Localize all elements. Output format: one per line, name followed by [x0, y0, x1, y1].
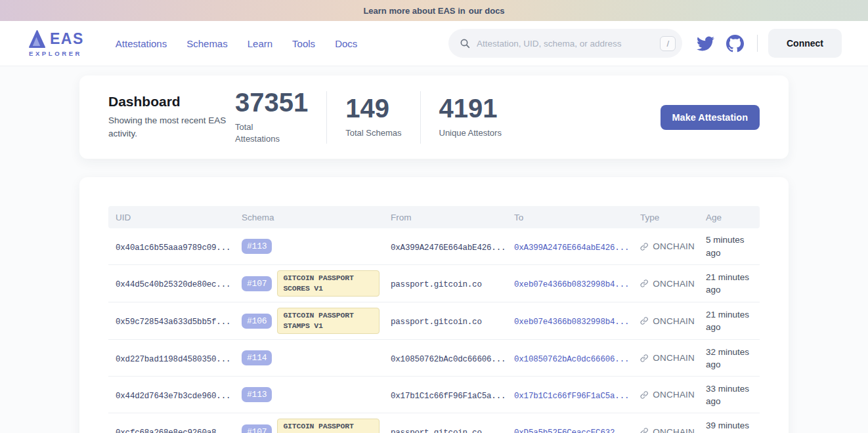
stat-value: 4191: [439, 95, 502, 121]
uid-link[interactable]: 0xcfc68a268e8ec9260a8...: [116, 428, 230, 433]
age-label: 5 minutes ago: [706, 235, 745, 257]
link-icon: [640, 242, 648, 251]
from-address-link[interactable]: passport.gitcoin.co: [391, 428, 482, 433]
schema-id-badge[interactable]: #107: [242, 276, 272, 291]
link-icon: [640, 390, 648, 400]
stat-total-attestations: 37351 Total Attestations: [235, 89, 308, 145]
type-label: ONCHAIN: [653, 241, 695, 251]
table-header-row: UID Schema From To Type Age: [108, 206, 760, 228]
docs-banner: Learn more about EAS in our docs: [0, 0, 868, 21]
uid-link[interactable]: 0x44d5c40b25320de80ec...: [116, 280, 230, 289]
nav-learn[interactable]: Learn: [248, 38, 272, 49]
schema-name-badge[interactable]: GITCOIN PASSPORT SCORES V1: [277, 270, 380, 297]
banner-text: Learn more about EAS in: [363, 6, 465, 16]
uid-link[interactable]: 0x59c728543a633d5bb5f...: [116, 318, 230, 327]
link-icon: [640, 354, 648, 363]
table-row[interactable]: 0x59c728543a633d5bb5f... #106 GITCOIN PA…: [108, 302, 760, 340]
to-address-link[interactable]: 0xD5a5b52F6CeaccEC632...: [514, 428, 629, 433]
social-links: [697, 35, 744, 52]
col-age: Age: [699, 213, 761, 222]
schema-name-badge[interactable]: GITCOIN PASSPORT STAMPS V1: [277, 308, 380, 334]
dashboard-card: Dashboard Showing the most recent EAS ac…: [79, 75, 789, 159]
to-address-link[interactable]: 0xA399A2476E664abE426...: [514, 243, 629, 253]
age-label: 39 minutes ago: [706, 421, 749, 433]
slash-shortcut-badge: /: [660, 36, 676, 51]
from-address-link[interactable]: 0x10850762bAc0dc66606...: [391, 355, 506, 364]
stat-divider: [420, 91, 421, 144]
age-label: 32 minutes ago: [706, 347, 749, 369]
header: EAS EXPLORER Attestations Schemas Learn …: [0, 21, 868, 66]
table-row[interactable]: 0xcfc68a268e8ec9260a8... #107 GITCOIN PA…: [108, 413, 760, 433]
main-nav: Attestations Schemas Learn Tools Docs: [116, 38, 358, 49]
make-attestation-button[interactable]: Make Attestation: [661, 105, 760, 130]
age-label: 21 minutes ago: [706, 272, 749, 295]
from-address-link[interactable]: 0xA399A2476E664abE426...: [391, 243, 506, 253]
nav-attestations[interactable]: Attestations: [116, 38, 167, 49]
from-address-link[interactable]: 0x17b1C1c66fF96F1aC5a...: [391, 392, 506, 401]
col-from: From: [383, 213, 507, 222]
schema-id-badge[interactable]: #106: [242, 314, 272, 329]
header-divider: [757, 35, 758, 52]
stat-unique-attestors: 4191 Unique Attestors: [439, 95, 502, 139]
schema-id-badge[interactable]: #114: [242, 350, 272, 365]
page-title: Dashboard: [108, 94, 235, 110]
stat-divider: [326, 91, 327, 144]
logo-title: EAS: [50, 31, 84, 47]
stats-group: 37351 Total Attestations 149 Total Schem…: [235, 89, 502, 145]
github-icon[interactable]: [726, 35, 744, 52]
nav-tools[interactable]: Tools: [292, 38, 315, 49]
from-address-link[interactable]: passport.gitcoin.co: [391, 280, 482, 289]
from-address-link[interactable]: passport.gitcoin.co: [391, 318, 482, 327]
type-label: ONCHAIN: [653, 279, 695, 289]
search-bar[interactable]: /: [448, 29, 682, 58]
search-icon: [460, 38, 470, 49]
type-label: ONCHAIN: [653, 316, 695, 326]
twitter-icon[interactable]: [697, 35, 714, 52]
banner-docs-link[interactable]: our docs: [469, 6, 505, 16]
connect-button[interactable]: Connect: [768, 29, 842, 58]
type-label: ONCHAIN: [653, 390, 695, 400]
to-address-link[interactable]: 0xeb07e4366b0832998b4...: [514, 280, 629, 289]
search-input[interactable]: [477, 39, 653, 49]
to-address-link[interactable]: 0x17b1C1c66fF96F1aC5a...: [514, 392, 629, 401]
table-row[interactable]: 0x44d2d7643e7b3cde960... #113 0x17b1C1c6…: [108, 377, 760, 413]
link-icon: [640, 427, 648, 433]
stat-value: 149: [345, 95, 401, 121]
stat-label: Total Schemas: [345, 127, 401, 139]
to-address-link[interactable]: 0x10850762bAc0dc66606...: [514, 355, 629, 364]
table-row[interactable]: 0x40a1c6b55aaa9789c09... #113 0xA399A247…: [108, 228, 760, 265]
logo-subtitle: EXPLORER: [29, 50, 84, 57]
nav-schemas[interactable]: Schemas: [186, 38, 228, 49]
col-type: Type: [633, 213, 699, 222]
logo-triangle-icon: [29, 30, 45, 48]
attestations-table-card: UID Schema From To Type Age 0x40a1c6b55a…: [79, 177, 789, 433]
col-schema: Schema: [234, 213, 383, 222]
col-uid: UID: [108, 213, 234, 222]
table-row[interactable]: 0xd227bad1198d4580350... #114 0x10850762…: [108, 340, 760, 377]
main-content: Dashboard Showing the most recent EAS ac…: [0, 66, 868, 433]
table-row[interactable]: 0x44d5c40b25320de80ec... #107 GITCOIN PA…: [108, 265, 760, 302]
uid-link[interactable]: 0xd227bad1198d4580350...: [116, 355, 230, 364]
age-label: 33 minutes ago: [706, 384, 749, 406]
link-icon: [640, 279, 648, 288]
link-icon: [640, 316, 648, 325]
col-to: To: [507, 213, 633, 222]
schema-id-badge[interactable]: #113: [242, 239, 272, 254]
type-label: ONCHAIN: [653, 353, 695, 363]
stat-value: 37351: [235, 89, 308, 115]
page-subtitle: Showing the most recent EAS activity.: [108, 114, 227, 141]
schema-id-badge[interactable]: #107: [242, 424, 272, 433]
uid-link[interactable]: 0x44d2d7643e7b3cde960...: [116, 392, 230, 401]
eas-logo[interactable]: EAS EXPLORER: [29, 30, 84, 57]
schema-name-badge[interactable]: GITCOIN PASSPORT SCORES V1: [277, 419, 380, 433]
schema-id-badge[interactable]: #113: [242, 387, 272, 402]
nav-docs[interactable]: Docs: [335, 38, 357, 49]
type-label: ONCHAIN: [653, 427, 695, 433]
stat-label: Unique Attestors: [439, 127, 502, 139]
uid-link[interactable]: 0x40a1c6b55aaa9789c09...: [116, 243, 230, 253]
age-label: 21 minutes ago: [706, 310, 749, 332]
stat-total-schemas: 149 Total Schemas: [345, 95, 401, 139]
to-address-link[interactable]: 0xeb07e4366b0832998b4...: [514, 318, 629, 327]
stat-label: Total Attestations: [235, 121, 293, 145]
